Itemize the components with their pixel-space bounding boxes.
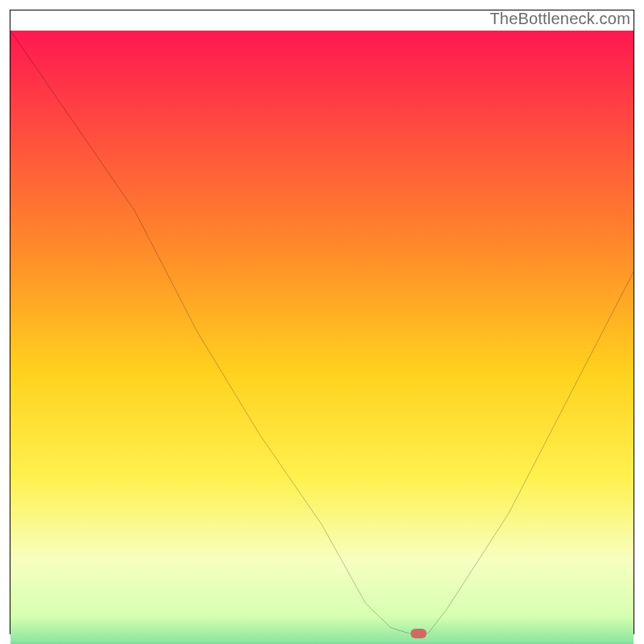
chart-frame: TheBottleneck.com bbox=[10, 10, 634, 634]
attribution-text: TheBottleneck.com bbox=[489, 10, 630, 28]
plot-area bbox=[10, 31, 634, 634]
bottleneck-curve bbox=[10, 31, 634, 634]
minimum-marker bbox=[411, 629, 427, 638]
